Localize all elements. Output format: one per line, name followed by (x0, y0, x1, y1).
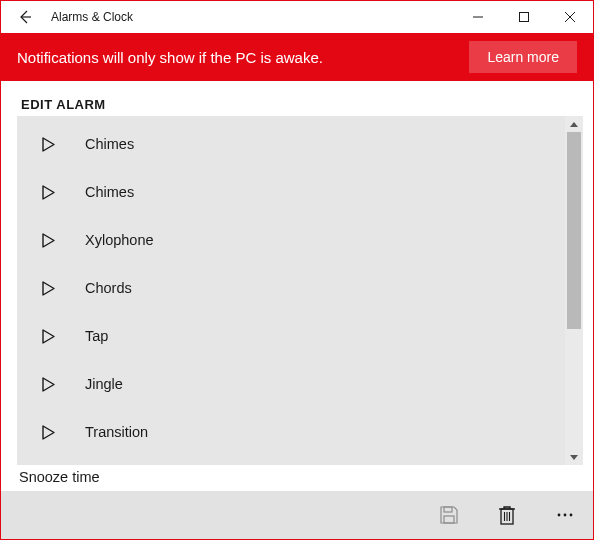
scroll-up-button[interactable] (565, 116, 583, 132)
play-icon[interactable] (39, 233, 57, 248)
close-button[interactable] (547, 1, 593, 33)
svg-rect-5 (444, 507, 452, 512)
scroll-track[interactable] (565, 132, 583, 449)
minimize-button[interactable] (455, 1, 501, 33)
delete-button[interactable] (485, 493, 529, 537)
command-bar (1, 491, 593, 539)
sound-item[interactable]: Xylophone (17, 216, 565, 264)
svg-rect-2 (520, 13, 529, 22)
save-button[interactable] (427, 493, 471, 537)
sound-item[interactable]: Chimes (17, 168, 565, 216)
back-arrow-icon (17, 9, 33, 25)
sound-list-panel: ChimesChimesXylophoneChordsTapJingleTran… (17, 116, 583, 465)
sound-item-label: Tap (85, 328, 108, 344)
chevron-down-icon (570, 455, 578, 460)
banner-message: Notifications will only show if the PC i… (17, 49, 469, 66)
play-icon[interactable] (39, 281, 57, 296)
sound-item-label: Xylophone (85, 232, 154, 248)
notification-banner: Notifications will only show if the PC i… (1, 33, 593, 81)
close-icon (565, 12, 575, 22)
back-button[interactable] (1, 1, 49, 33)
svg-point-13 (564, 514, 567, 517)
sound-item-label: Jingle (85, 376, 123, 392)
trash-icon (498, 505, 516, 525)
app-window: Alarms & Clock Notifications will only s… (0, 0, 594, 540)
play-icon[interactable] (39, 185, 57, 200)
edit-alarm-heading: EDIT ALARM (17, 97, 583, 112)
sound-item[interactable]: Jingle (17, 360, 565, 408)
learn-more-button[interactable]: Learn more (469, 41, 577, 73)
content-area: EDIT ALARM ChimesChimesXylophoneChordsTa… (1, 81, 593, 491)
minimize-icon (473, 12, 483, 22)
window-controls (455, 1, 593, 33)
maximize-button[interactable] (501, 1, 547, 33)
sound-item[interactable]: Chords (17, 264, 565, 312)
save-icon (439, 505, 459, 525)
sound-item[interactable]: Tap (17, 312, 565, 360)
sound-item-label: Chords (85, 280, 132, 296)
svg-point-14 (570, 514, 573, 517)
play-icon[interactable] (39, 329, 57, 344)
svg-rect-6 (444, 516, 454, 523)
sound-item[interactable]: Transition (17, 408, 565, 456)
titlebar: Alarms & Clock (1, 1, 593, 33)
scroll-thumb[interactable] (567, 132, 581, 329)
ellipsis-icon (556, 512, 574, 518)
play-icon[interactable] (39, 377, 57, 392)
maximize-icon (519, 12, 529, 22)
sound-item[interactable]: Chimes (17, 120, 565, 168)
svg-point-12 (558, 514, 561, 517)
scroll-down-button[interactable] (565, 449, 583, 465)
chevron-up-icon (570, 122, 578, 127)
play-icon[interactable] (39, 137, 57, 152)
sound-item-label: Chimes (85, 136, 134, 152)
sound-item-label: Chimes (85, 184, 134, 200)
sound-list: ChimesChimesXylophoneChordsTapJingleTran… (17, 116, 565, 465)
snooze-time-label[interactable]: Snooze time (17, 465, 583, 491)
more-button[interactable] (543, 493, 587, 537)
sound-item-label: Transition (85, 424, 148, 440)
scrollbar[interactable] (565, 116, 583, 465)
play-icon[interactable] (39, 425, 57, 440)
app-title: Alarms & Clock (49, 10, 455, 24)
